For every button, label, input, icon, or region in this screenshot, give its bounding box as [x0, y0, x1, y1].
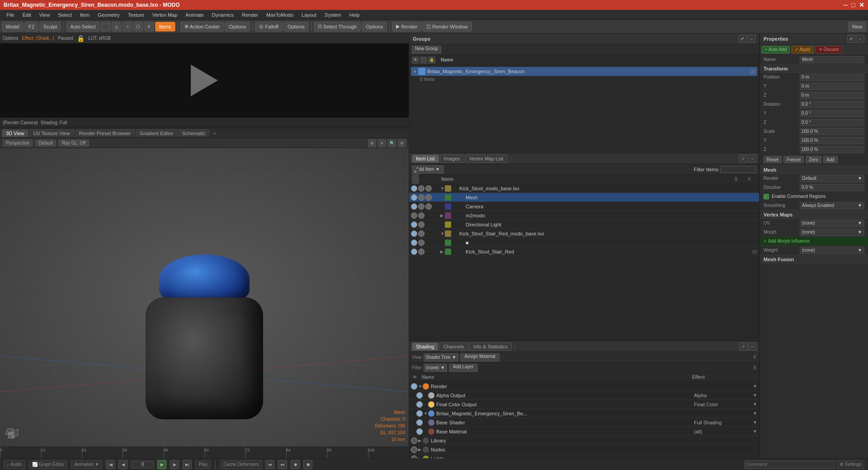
sh-vis-btn[interactable]	[411, 437, 417, 444]
viewport-tab-2[interactable]: Render Preset Browser	[75, 129, 135, 137]
toolbar-icon-5[interactable]: ≡	[144, 22, 154, 32]
item-lock-btn[interactable]	[418, 221, 425, 228]
menu-render[interactable]: Render	[238, 11, 262, 19]
smoothing-dropdown[interactable]: Always Enabled ▼	[800, 202, 864, 209]
menu-help[interactable]: Help	[346, 11, 363, 19]
assign-material-btn[interactable]: Assign Material	[460, 353, 499, 362]
sh-item-nodes[interactable]: ▶ Nodes	[409, 445, 759, 454]
discard-btn[interactable]: ✕ Discard	[816, 46, 842, 53]
viewport-tab-1[interactable]: UV Texture View	[29, 129, 74, 137]
sh-item-lights[interactable]: ▶ Lights	[409, 454, 759, 458]
options3-button[interactable]: Options	[362, 22, 387, 32]
filter-none-dropdown[interactable]: (none) ▼	[424, 364, 447, 372]
sh-item-render[interactable]: ▼ Render ▼	[409, 382, 759, 391]
sh-item-britax[interactable]: ▼ Britax_Magnetic_Emergency_Siren_Be... …	[409, 409, 759, 418]
item-vis-btn[interactable]	[411, 212, 417, 219]
shading-tab-shading[interactable]: Shading	[412, 343, 438, 351]
pos-x-field[interactable]: 0 m	[800, 74, 864, 81]
maximize-btn[interactable]: □	[852, 1, 855, 9]
select-through-button[interactable]: ⊡ Select Through	[314, 22, 361, 32]
filter-input[interactable]	[720, 166, 756, 173]
item-lock-btn[interactable]	[418, 203, 425, 210]
auto-select-button[interactable]: Auto Select	[66, 22, 99, 32]
pos-z-field[interactable]: 0 m	[800, 92, 864, 99]
rot-y-field[interactable]: 0.0 °	[800, 110, 864, 117]
item-lock-btn[interactable]	[418, 212, 425, 219]
sh-vis-btn[interactable]	[416, 392, 423, 399]
item-row[interactable]: ■	[409, 238, 759, 247]
sh-item-alpha[interactable]: Alpha Output Alpha ▼	[409, 391, 759, 400]
viewport-tab-3[interactable]: Gradient Editor	[136, 129, 177, 137]
menu-animate[interactable]: Animate	[182, 11, 207, 19]
cache-deformers-btn[interactable]: Cache Deformers	[220, 460, 262, 469]
command-input[interactable]	[744, 461, 835, 469]
sculpt-button[interactable]: Sculpt	[39, 22, 61, 32]
tab-vertex-map[interactable]: Vertex Map List	[465, 155, 508, 163]
toolbar-icon-1[interactable]: ⬛	[101, 22, 111, 32]
item-vis-btn[interactable]	[411, 249, 417, 255]
item-lock-btn[interactable]	[418, 185, 425, 192]
tab-item-list[interactable]: Item List	[412, 155, 439, 163]
group-icon-2[interactable]: ⬛	[420, 56, 427, 64]
item-row[interactable]: ▼ Kick_Stool_Stair_Red_modo_base.lxo	[409, 229, 759, 238]
menu-geometry[interactable]: Geometry	[94, 11, 123, 19]
weight-dropdown[interactable]: (none) ▼	[800, 247, 864, 254]
group-icon-1[interactable]: 👁	[412, 56, 419, 64]
item-vis-btn[interactable]	[411, 194, 417, 201]
vp-icon-1[interactable]: ⚙	[368, 139, 376, 147]
menu-select[interactable]: Select	[54, 11, 75, 19]
item-vis-btn[interactable]	[411, 185, 417, 192]
toolbar-icon-2[interactable]: △	[112, 22, 122, 32]
next-frame-btn[interactable]: ▶|	[183, 460, 192, 469]
groups-expand-btn[interactable]: ⤢	[738, 35, 746, 43]
minimize-btn[interactable]: ─	[844, 1, 848, 9]
scale-x-field[interactable]: 100.0 %	[800, 128, 864, 135]
item-lock-btn[interactable]	[418, 194, 425, 201]
menu-view[interactable]: View	[36, 11, 54, 19]
item-row[interactable]: ▼ Kick_Stool_modo_base.lxo	[409, 184, 759, 193]
uv-dropdown[interactable]: (none) ▼	[800, 220, 864, 227]
rot-z-field[interactable]: 0.0 °	[800, 119, 864, 126]
next-btn[interactable]: ▶	[170, 460, 179, 469]
name-field[interactable]	[800, 56, 864, 63]
items-expand-btn[interactable]: ⤢	[739, 155, 747, 163]
sb-icon-4[interactable]: ⏹	[303, 460, 312, 469]
zero-btn[interactable]: Zero	[806, 156, 821, 163]
menu-maxtomodo[interactable]: MaxToModo	[263, 11, 297, 19]
sb-icon-3[interactable]: ⏺	[291, 460, 300, 469]
menu-system[interactable]: System	[321, 11, 345, 19]
item-row[interactable]: Mesh	[409, 193, 759, 202]
vp-icon-3[interactable]: 🔍	[388, 139, 396, 147]
perspective-btn[interactable]: Perspective	[3, 140, 33, 146]
sh-vis-btn[interactable]	[411, 456, 417, 459]
play-label-btn[interactable]: Play	[195, 460, 210, 469]
item-lock-btn[interactable]	[418, 249, 425, 255]
sh-item-library[interactable]: ▶ Library	[409, 436, 759, 445]
ray-gl-btn[interactable]: Ray GL: Off	[59, 140, 89, 146]
item-row[interactable]: ▶ Kick_Stool_Stair_Red (2)	[409, 247, 759, 256]
sh-item-base-shader[interactable]: Base Shader Full Shading ▼	[409, 418, 759, 427]
item-render-btn[interactable]	[425, 185, 432, 192]
viewport-3d[interactable]: Mesh Channels: 0 Deformers: ON GL: 837,1…	[0, 148, 409, 446]
render-window-button[interactable]: ◫ Render Window	[422, 22, 472, 32]
vp-icon-2[interactable]: ✕	[378, 139, 386, 147]
falloff-button[interactable]: ◎ Falloff	[255, 22, 283, 32]
menu-layout[interactable]: Layout	[298, 11, 320, 19]
shading-tab-info[interactable]: Info & Statistics	[469, 343, 512, 351]
groups-settings-btn[interactable]: ─	[747, 35, 755, 43]
viewport-tab-4[interactable]: Schematic	[178, 129, 209, 137]
settings-btn[interactable]: ⚙ Settings	[836, 460, 864, 469]
menu-item[interactable]: Item	[76, 11, 93, 19]
apply-btn[interactable]: ✓ Apply	[792, 46, 814, 53]
sh-vis-btn[interactable]	[416, 410, 423, 417]
play-btn[interactable]: ▶	[157, 460, 166, 469]
auto-add-btn[interactable]: + Auto Add	[762, 46, 790, 53]
add-morph-influence-btn[interactable]: + Add Morph Influence	[760, 237, 868, 246]
item-row[interactable]: Camera	[409, 202, 759, 211]
audio-btn[interactable]: ♪ Audio	[4, 460, 25, 469]
menu-dynamics[interactable]: Dynamics	[208, 11, 237, 19]
col-icon-2[interactable]: ⬛	[412, 176, 419, 183]
freeze-btn[interactable]: Freeze	[783, 156, 804, 163]
item-vis-btn[interactable]	[411, 230, 417, 237]
toolbar-icon-4[interactable]: ⬡	[133, 22, 143, 32]
